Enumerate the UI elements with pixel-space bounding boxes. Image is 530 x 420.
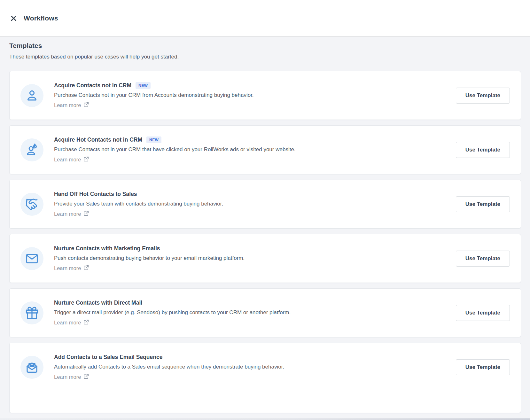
mail-open-icon — [20, 356, 43, 379]
use-template-button[interactable]: Use Template — [456, 142, 510, 158]
template-description: Push contacts demonstrating buying behav… — [54, 255, 448, 262]
external-link-icon — [83, 265, 89, 272]
external-link-icon — [83, 373, 89, 381]
handshake-icon — [20, 193, 43, 216]
user-icon — [20, 84, 43, 107]
close-button[interactable] — [8, 12, 19, 24]
learn-more-label: Learn more — [54, 265, 81, 271]
external-link-icon — [83, 319, 89, 326]
template-card: Hand Off Hot Contacts to Sales Provide y… — [9, 180, 521, 229]
template-description: Purchase Contacts not in your CRM from A… — [54, 92, 448, 99]
templates-section: Templates These templates based on popul… — [0, 37, 530, 420]
gift-icon — [20, 301, 43, 324]
template-title: Add Contacts to a Sales Email Sequence — [54, 354, 162, 361]
bottom-shadow — [0, 418, 530, 420]
template-description: Purchase Contacts not in your CRM that h… — [54, 146, 448, 153]
learn-more-label: Learn more — [54, 211, 81, 217]
template-title: Acquire Hot Contacts not in CRM — [54, 136, 142, 143]
learn-more-label: Learn more — [54, 374, 81, 380]
templates-heading: Templates — [9, 41, 521, 50]
template-card: Acquire Contacts not in CRM NEW Purchase… — [9, 71, 521, 120]
templates-subtitle: These templates based on popular use cas… — [9, 53, 521, 60]
learn-more-label: Learn more — [54, 320, 81, 326]
external-link-icon — [83, 102, 89, 109]
template-list: Acquire Contacts not in CRM NEW Purchase… — [9, 71, 521, 413]
use-template-button[interactable]: Use Template — [456, 251, 510, 267]
template-description: Automatically add Contacts to a Sales em… — [54, 363, 448, 370]
learn-more-link[interactable]: Learn more — [54, 102, 89, 109]
use-template-button[interactable]: Use Template — [456, 305, 510, 321]
template-description: Trigger a direct mail provider (e.g. Sen… — [54, 309, 448, 316]
learn-more-label: Learn more — [54, 157, 81, 163]
external-link-icon — [83, 210, 89, 218]
learn-more-link[interactable]: Learn more — [54, 210, 89, 218]
template-card: Nurture Contacts with Direct Mail Trigge… — [9, 288, 521, 337]
new-badge: NEW — [136, 82, 151, 89]
learn-more-label: Learn more — [54, 102, 81, 108]
template-title: Nurture Contacts with Direct Mail — [54, 299, 142, 306]
template-card: Add Contacts to a Sales Email Sequence A… — [9, 343, 521, 413]
template-card: Nurture Contacts with Marketing Emails P… — [9, 234, 521, 283]
template-title: Acquire Contacts not in CRM — [54, 82, 131, 89]
new-badge: NEW — [146, 136, 161, 143]
learn-more-link[interactable]: Learn more — [54, 265, 89, 272]
template-description: Provide your Sales team with contacts de… — [54, 200, 448, 207]
use-template-button[interactable]: Use Template — [456, 88, 510, 104]
learn-more-link[interactable]: Learn more — [54, 319, 89, 326]
workflows-header: Workflows — [0, 0, 530, 37]
use-template-button[interactable]: Use Template — [456, 359, 510, 375]
user-flame-icon — [20, 138, 43, 161]
external-link-icon — [83, 156, 89, 163]
template-title: Hand Off Hot Contacts to Sales — [54, 191, 137, 198]
close-icon — [11, 15, 17, 21]
page-title: Workflows — [24, 14, 58, 22]
template-title: Nurture Contacts with Marketing Emails — [54, 245, 160, 252]
template-card: Acquire Hot Contacts not in CRM NEW Purc… — [9, 125, 521, 174]
use-template-button[interactable]: Use Template — [456, 196, 510, 212]
learn-more-link[interactable]: Learn more — [54, 156, 89, 163]
mail-icon — [20, 247, 43, 270]
learn-more-link[interactable]: Learn more — [54, 373, 89, 381]
